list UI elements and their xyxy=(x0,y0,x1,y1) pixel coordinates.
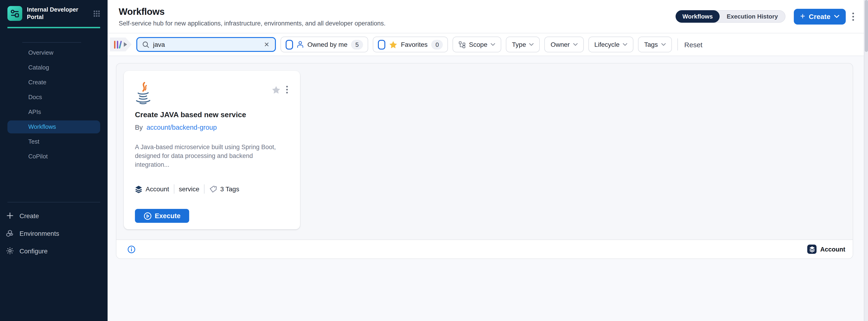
meta-divider xyxy=(204,185,205,194)
scope-value: Account xyxy=(146,185,169,193)
portal-title: Internal Developer Portal xyxy=(27,6,89,21)
type-value: service xyxy=(179,185,199,193)
tag-icon xyxy=(209,185,217,193)
sidebar-item-apis[interactable]: APIs xyxy=(7,105,100,118)
chevron-down-icon xyxy=(661,43,666,46)
owned-by-me-label: Owned by me xyxy=(307,41,347,48)
chevron-down-icon xyxy=(623,43,627,46)
layers-icon xyxy=(135,185,142,193)
account-badge-label: Account xyxy=(820,246,845,253)
lifecycle-dropdown[interactable]: Lifecycle xyxy=(588,37,633,52)
view-toggle: Workflows Execution History xyxy=(676,10,785,23)
create-button-label: Create xyxy=(809,12,831,21)
hierarchy-icon xyxy=(459,41,466,48)
kebab-menu-icon[interactable] xyxy=(851,10,855,23)
apps-grid-icon[interactable] xyxy=(93,10,100,17)
content-area: Create JAVA based new service By account… xyxy=(107,56,868,321)
sidebar-nav: Overview Catalog Create Docs APIs Workfl… xyxy=(0,46,107,165)
star-icon xyxy=(389,40,397,48)
sidebar-bottom-nav: Create Environments xyxy=(0,202,107,260)
scope-dropdown-label: Scope xyxy=(469,41,487,48)
owner-dropdown[interactable]: Owner xyxy=(545,37,584,52)
sidebar-item-test[interactable]: Test xyxy=(7,135,100,148)
page-subtitle: Self-service hub for new applications, i… xyxy=(119,20,676,27)
person-icon xyxy=(297,41,304,48)
chevron-down-icon xyxy=(573,43,578,46)
sidebar-item-docs[interactable]: Docs xyxy=(7,91,100,104)
portal-logo-icon xyxy=(7,6,22,21)
sidebar-item-configure[interactable]: Configure xyxy=(6,242,100,260)
sidebar-item-copilot[interactable]: CoPilot xyxy=(7,150,100,163)
workflow-description: A Java-based microservice built using Sp… xyxy=(135,143,282,169)
tags-dropdown-label: Tags xyxy=(644,41,658,48)
filter-divider xyxy=(677,38,678,50)
workflows-grid: Create JAVA based new service By account… xyxy=(116,64,853,240)
scrollbar-thumb[interactable] xyxy=(865,0,868,52)
favorites-checkbox[interactable] xyxy=(378,40,385,49)
chevron-down-icon xyxy=(529,43,534,46)
sidebar-item-environments[interactable]: Environments xyxy=(6,224,100,242)
sidebar: Internal Developer Portal Overview Catal… xyxy=(0,0,107,321)
chevron-down-icon xyxy=(491,43,495,46)
favorite-star-icon[interactable] xyxy=(272,86,281,94)
type-dropdown-label: Type xyxy=(512,41,526,48)
reset-button[interactable]: Reset xyxy=(684,40,703,48)
tab-workflows[interactable]: Workflows xyxy=(676,10,720,23)
page-header: Workflows Self-service hub for new appli… xyxy=(107,0,868,33)
tab-execution-history[interactable]: Execution History xyxy=(720,13,785,20)
owner-group-link[interactable]: account/backend-group xyxy=(147,124,217,131)
sidebar-item-workflows[interactable]: Workflows xyxy=(7,120,100,133)
page-header-text: Workflows Self-service hub for new appli… xyxy=(119,6,676,27)
workflow-title: Create JAVA based new service xyxy=(135,111,289,119)
tags-count: 3 Tags xyxy=(220,185,239,193)
gear-icon xyxy=(6,247,14,255)
filter-panel-toggle-icon[interactable] xyxy=(110,38,132,51)
type-dropdown[interactable]: Type xyxy=(506,37,540,52)
clear-x-icon[interactable]: ✕ xyxy=(264,41,270,48)
hexagons-icon xyxy=(6,229,14,237)
plus-icon xyxy=(6,212,14,219)
sidebar-item-create-bottom[interactable]: Create xyxy=(6,207,100,224)
java-logo-icon xyxy=(135,82,152,104)
workflow-byline: By account/backend-group xyxy=(135,124,289,131)
account-badge[interactable]: Account xyxy=(807,245,845,254)
card-kebab-menu-icon[interactable] xyxy=(285,86,289,94)
execute-button[interactable]: Execute xyxy=(135,209,189,223)
owned-by-me-filter[interactable]: Owned by me 5 xyxy=(281,37,368,52)
workflow-meta: Account service 3 Tags xyxy=(135,185,289,194)
sidebar-item-catalog[interactable]: Catalog xyxy=(7,61,100,74)
page-scrollbar[interactable] xyxy=(864,0,868,321)
create-button[interactable]: + Create xyxy=(794,8,846,24)
owned-by-me-count: 5 xyxy=(351,40,363,49)
play-circle-icon xyxy=(144,212,151,220)
main-area: Workflows Self-service hub for new appli… xyxy=(107,0,868,321)
chevron-down-icon xyxy=(834,15,839,18)
info-icon[interactable] xyxy=(127,245,135,253)
owned-by-me-checkbox[interactable] xyxy=(286,40,293,49)
workflows-panel: Create JAVA based new service By account… xyxy=(116,63,853,259)
lifecycle-dropdown-label: Lifecycle xyxy=(594,41,619,48)
search-input[interactable] xyxy=(153,41,260,48)
execute-button-label: Execute xyxy=(155,212,180,220)
tags-meta[interactable]: 3 Tags xyxy=(209,185,239,193)
meta-divider xyxy=(174,185,174,194)
favorites-count: 0 xyxy=(431,40,443,49)
by-prefix: By xyxy=(135,124,145,131)
search-box: ✕ xyxy=(136,37,276,52)
sidebar-header: Internal Developer Portal xyxy=(0,0,107,25)
page-title: Workflows xyxy=(119,6,676,17)
sidebar-bottom-label: Configure xyxy=(20,247,48,254)
scope-dropdown[interactable]: Scope xyxy=(453,37,501,52)
brand-accent-rule xyxy=(7,27,100,28)
sidebar-bottom-label: Create xyxy=(20,212,39,219)
sidebar-item-overview[interactable]: Overview xyxy=(7,46,100,59)
tags-dropdown[interactable]: Tags xyxy=(638,37,672,52)
favorites-filter[interactable]: Favorites 0 xyxy=(373,37,448,52)
scope-meta: Account xyxy=(135,185,169,193)
layers-icon xyxy=(807,245,816,254)
sidebar-bottom-label: Environments xyxy=(20,229,59,237)
sidebar-item-create[interactable]: Create xyxy=(7,76,100,89)
workflow-card[interactable]: Create JAVA based new service By account… xyxy=(124,71,300,229)
filter-bar: ✕ Owned by me 5 Favorites 0 xyxy=(107,33,868,56)
panel-footer: Account xyxy=(116,240,853,258)
